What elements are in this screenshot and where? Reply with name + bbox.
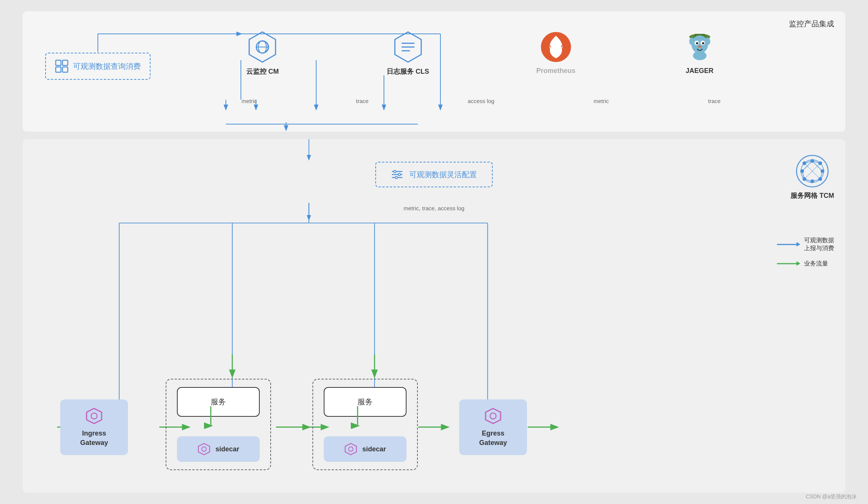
sidecar-label-right: sidecar <box>362 445 386 453</box>
legend-item-blue: 可观测数据上报与消费 <box>777 237 834 252</box>
cloud-monitor-label: 云监控 CM <box>246 67 279 76</box>
svg-point-22 <box>693 51 707 60</box>
svg-point-41 <box>398 173 400 176</box>
trace-label-2: trace <box>708 98 720 104</box>
tool-jaeger: JAEGER <box>683 30 717 75</box>
svg-rect-2 <box>56 67 61 72</box>
trace-label-1: trace <box>356 98 369 104</box>
sidecar-icon-left <box>197 442 211 456</box>
metric-label-1: metric <box>242 98 257 104</box>
svg-marker-88 <box>486 408 501 424</box>
cloud-monitor-icon <box>245 30 279 64</box>
tool-log-service: 日志服务 CLS <box>387 30 429 76</box>
top-panel: 监控产品集成 可观测数据查询消费 <box>23 11 845 132</box>
svg-point-83 <box>91 413 97 419</box>
legend-item-green: 业务流量 <box>777 260 834 268</box>
svg-point-39 <box>394 170 396 173</box>
metric-label-2: metric <box>594 98 609 104</box>
svg-marker-82 <box>87 408 102 424</box>
right-sidecar-group: 服务 sidecar <box>312 379 418 470</box>
service-box-right: 服务 <box>324 387 407 417</box>
ingress-gateway-box: IngressGateway <box>60 399 128 455</box>
config-icon <box>391 169 403 181</box>
svg-point-89 <box>490 413 496 419</box>
sidecar-icon-right <box>344 442 358 456</box>
obs-query-box: 可观测数据查询消费 <box>45 53 151 80</box>
svg-point-18 <box>702 42 704 44</box>
prometheus-label: Prometheus <box>536 67 576 75</box>
monitoring-label: 监控产品集成 <box>789 19 834 29</box>
svg-marker-84 <box>198 443 210 455</box>
tool-prometheus: Prometheus <box>536 30 576 75</box>
svg-point-19 <box>698 46 702 48</box>
svg-point-85 <box>202 447 206 451</box>
svg-line-62 <box>804 163 812 171</box>
obs-config-text: 可观测数据灵活配置 <box>409 170 477 180</box>
tool-labels-row: metric trace access log metric trace <box>192 98 770 104</box>
legend-text-blue: 可观测数据上报与消费 <box>804 237 834 252</box>
tcm-label: 服务网格 TCM <box>790 191 834 200</box>
obs-config-box: 可观测数据灵活配置 <box>375 162 493 187</box>
egress-gateway-box: EgressGateway <box>459 399 527 455</box>
legend-arrow-blue <box>777 244 799 245</box>
sidecar-box-left: sidecar <box>177 436 260 462</box>
access-log-label: access log <box>468 98 495 104</box>
svg-point-17 <box>696 42 698 44</box>
left-sidecar-outer: 服务 sidecar <box>166 379 271 470</box>
grid-icon <box>55 59 69 73</box>
sidecar-label-left: sidecar <box>215 445 239 453</box>
bottom-panel-lines <box>23 139 845 493</box>
svg-line-63 <box>812 163 820 171</box>
legend-arrow-green <box>777 263 799 264</box>
egress-gateway-label: EgressGateway <box>479 429 507 448</box>
jaeger-label: JAEGER <box>686 67 714 75</box>
footer-text: CSDN @a坚强的泡沫 <box>806 493 857 500</box>
egress-gateway-icon <box>484 407 502 425</box>
legend-text-green: 业务流量 <box>804 260 828 268</box>
ingress-gateway-icon <box>85 407 103 425</box>
svg-line-64 <box>804 171 812 179</box>
svg-point-87 <box>349 447 353 451</box>
svg-marker-86 <box>345 443 356 455</box>
log-service-icon <box>391 30 425 64</box>
svg-rect-0 <box>56 60 61 65</box>
tool-cloud-monitor: 云监控 CM <box>245 30 279 76</box>
egress-gateway: EgressGateway <box>459 399 527 455</box>
svg-point-21 <box>705 38 710 45</box>
log-service-label: 日志服务 CLS <box>387 67 429 76</box>
legend-box: 可观测数据上报与消费 业务流量 <box>777 237 834 268</box>
jaeger-icon <box>683 30 717 64</box>
svg-point-43 <box>395 176 397 179</box>
tcm-box: 服务网格 TCM <box>790 154 834 200</box>
svg-point-20 <box>689 38 694 45</box>
obs-query-text: 可观测数据查询消费 <box>73 61 141 71</box>
left-sidecar-group: 服务 sidecar <box>166 379 271 470</box>
tcm-icon <box>795 154 829 188</box>
svg-rect-3 <box>62 67 68 72</box>
bottom-panel: 可观测数据灵活配置 metric, trace, access log <box>23 139 845 493</box>
prometheus-icon <box>539 30 573 64</box>
ingress-gateway-label: IngressGateway <box>80 429 108 448</box>
monitoring-tools: 云监控 CM 日志服务 CLS <box>192 30 770 76</box>
ingress-gateway: IngressGateway <box>60 399 128 455</box>
main-container: 监控产品集成 可观测数据查询消费 <box>23 11 845 493</box>
service-box-left: 服务 <box>177 387 260 417</box>
svg-rect-1 <box>62 60 68 65</box>
sidecar-box-right: sidecar <box>324 436 407 462</box>
svg-line-65 <box>812 171 820 179</box>
metric-trace-label: metric, trace, access log <box>404 205 464 211</box>
right-sidecar-outer: 服务 sidecar <box>312 379 418 470</box>
